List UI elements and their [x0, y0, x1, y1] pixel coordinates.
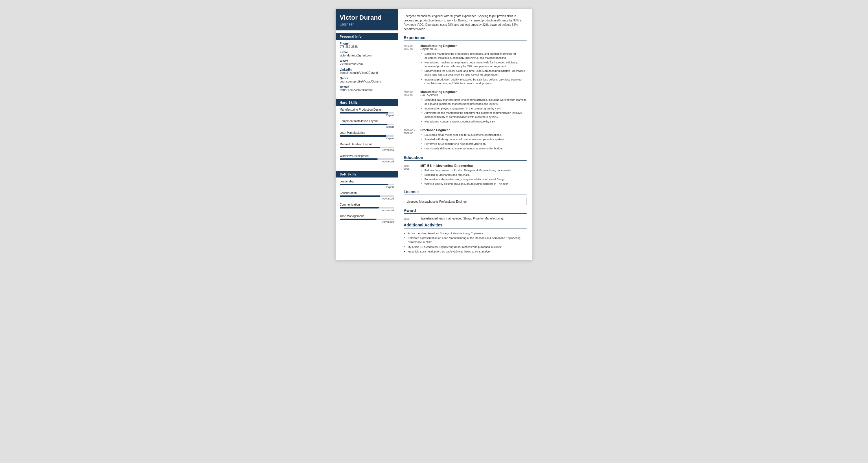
email-label: E-mail [340, 51, 394, 54]
license-section: Licensed Massachusetts Professional Engi… [404, 198, 527, 205]
experience-item-3: 2008-06 -2009-05 Freelance Engineer Sour… [404, 128, 527, 151]
skill-bar-bg [340, 207, 394, 208]
skill-bar-bg [340, 135, 394, 137]
skill-bar-bg [340, 124, 394, 125]
skill-name: Workflow Development [340, 154, 394, 157]
hard-skills-section: Manufacturing Production Design Expert E… [336, 106, 398, 168]
skill-communication: Communication Advanced [340, 203, 394, 212]
exp-job-title-3: Freelance Engineer [421, 128, 527, 132]
award-section-title: Award [404, 208, 527, 214]
skill-level: Advanced [340, 220, 394, 223]
skill-level: Expert [340, 185, 394, 189]
skill-name: Material Handling Layout [340, 143, 394, 146]
skill-name: Communication [340, 203, 394, 206]
main-content: Energetic mechanical engineer with 9+ ye… [398, 9, 532, 260]
skill-name: Manufacturing Production Design [340, 108, 394, 111]
activity-item: Delivered a presentation on Lean Manufac… [408, 236, 527, 244]
experience-section-title: Experience [404, 35, 527, 41]
experience-item-1: 2014-06 -2017-07 Manufacturing Engineer … [404, 44, 527, 86]
exp-date-1: 2014-06 -2017-07 [404, 44, 421, 86]
skill-bar-fill [340, 196, 380, 197]
skill-bar-fill [340, 207, 379, 208]
www-value: VictorDurand.com [340, 62, 394, 66]
soft-skills-section-title: Soft Skills [336, 171, 398, 177]
linkedin-value: linkedin.com/in/VictorJDurand [340, 71, 394, 75]
quora-value: quora.com/profile/VictorJDurand [340, 80, 394, 83]
skill-level: Expert [340, 137, 394, 140]
edu-details-1: MIT, BS in Mechanical Engineering Follow… [421, 164, 527, 186]
bullet: Excelled in Mechanics and Materials. [425, 173, 527, 177]
exp-bullets-2: Executed daily manufacturing engineering… [421, 98, 527, 124]
email-value: victorjdurand@gmail.com [340, 54, 394, 57]
personal-info-section: Phone 978-289-2658 E-mail victorjdurand@… [336, 40, 398, 96]
bullet: Consistently delivered to customer needs… [425, 146, 527, 151]
skill-bar-fill [340, 112, 388, 114]
edu-date-1: 2004 -2008 [404, 164, 421, 186]
skill-name: Equipment Installation Layout [340, 120, 394, 123]
bullet: Designed manufacturing procedures, proce… [425, 52, 527, 60]
exp-details-3: Freelance Engineer Sourced a small motor… [421, 128, 527, 151]
skill-bar-bg [340, 219, 394, 220]
skill-bar-fill [340, 135, 386, 137]
exp-job-title-1: Manufacturing Engineer [421, 44, 527, 48]
skill-bar-fill [340, 158, 378, 160]
soft-skills-section: Leadership Expert Collaboration Advanced… [336, 177, 398, 228]
skill-bar-fill [340, 219, 376, 220]
edu-degree-1: MIT, BS in Mechanical Engineering [421, 164, 527, 167]
candidate-name: Victor Durand [340, 14, 394, 22]
award-item-1: 2015 Spearheaded team that received Shin… [404, 217, 527, 220]
skill-collaboration: Collaboration Advanced [340, 192, 394, 200]
skill-level: Expert [340, 114, 394, 117]
skill-bar-bg [340, 184, 394, 185]
bullet: Redesigned Kanban system. Decreased inve… [425, 120, 527, 124]
skill-bar-bg [340, 147, 394, 148]
skill-bar-fill [340, 147, 380, 148]
experience-item-2: 2009-05 -2014-06 Manufacturing Engineer … [404, 90, 527, 124]
skill-level: Advanced [340, 209, 394, 212]
bullet: Assisted with design of a small custom m… [425, 137, 527, 141]
award-date-1: 2015 [404, 217, 421, 220]
license-box: Licensed Massachusetts Professional Engi… [404, 198, 527, 205]
skill-name: Collaboration [340, 192, 394, 195]
exp-company-2: BAE Systems [421, 93, 527, 97]
activity-item: Active member, American Society of Manuf… [408, 231, 527, 235]
bullet: Executed daily manufacturing engineering… [425, 98, 527, 106]
bullet: Pursued an independent study program in … [425, 177, 527, 181]
personal-info-section-title: Personal Info [336, 33, 398, 40]
bullet: Increased employee engagement in the Lea… [425, 107, 527, 111]
skill-lean-manufacturing: Lean Manufacturing Expert [340, 131, 394, 140]
activities-bullets: Active member, American Society of Manuf… [404, 231, 527, 254]
candidate-title: Engineer [340, 22, 394, 26]
skill-level: Advanced [340, 160, 394, 163]
exp-details-1: Manufacturing Engineer Raytheon IADC Des… [421, 44, 527, 86]
skill-manufacturing-production-design: Manufacturing Production Design Expert [340, 108, 394, 117]
exp-company-1: Raytheon IADC [421, 48, 527, 51]
skill-bar-bg [340, 196, 394, 197]
twitter-value: twitter.com/VictorJDurand [340, 89, 394, 92]
skill-name: Leadership [340, 180, 394, 183]
skill-name: Lean Manufacturing [340, 131, 394, 134]
bullet: Wrote a weekly column on Lean Manufactur… [425, 182, 527, 186]
skill-material-handling-layout: Material Handling Layout Advanced [340, 143, 394, 151]
sidebar: Victor Durand Engineer Personal Info Pho… [336, 9, 398, 260]
bullet: Redesigned machine arrangements departme… [425, 60, 527, 69]
info-quora: Quora quora.com/profile/VictorJDurand [340, 77, 394, 83]
activity-item: My article Lock Picking for Fun and Prof… [408, 250, 527, 254]
www-label: WWW [340, 59, 394, 62]
exp-bullets-1: Designed manufacturing procedures, proce… [421, 52, 527, 85]
activity-item: My article 10 Mechanical Engineering Bes… [408, 245, 527, 249]
exp-bullets-3: Sourced a small motor gear box for a cus… [421, 133, 527, 151]
info-phone: Phone 978-289-2658 [340, 42, 394, 48]
twitter-label: Twitter [340, 85, 394, 89]
education-section-title: Education [404, 155, 527, 161]
license-section-title: License [404, 190, 527, 195]
skill-level: Advanced [340, 197, 394, 200]
skill-bar-bg [340, 112, 394, 114]
info-www: WWW VictorDurand.com [340, 59, 394, 66]
additional-activities-title: Additional Activities [404, 223, 527, 228]
exp-job-title-2: Manufacturing Engineer [421, 90, 527, 93]
skill-workflow-development: Workflow Development Advanced [340, 154, 394, 163]
edu-bullets-1: Followed my passion in Product Design an… [421, 168, 527, 186]
summary-text: Energetic mechanical engineer with 9+ ye… [404, 14, 527, 31]
phone-label: Phone [340, 42, 394, 45]
